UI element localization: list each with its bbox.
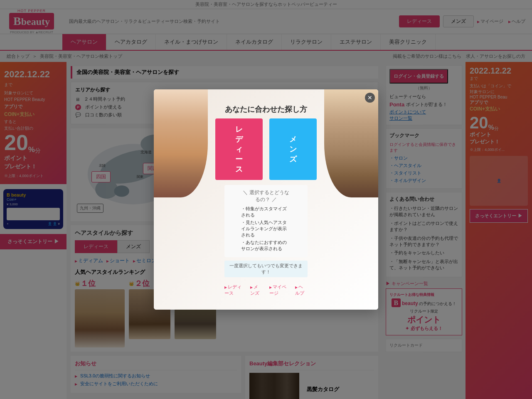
modal-footer-mypage[interactable]: マイページ — [269, 284, 288, 296]
modal-description: ＼ 選択するとどうなるの？ ／ 特集がカスタマイズされる 見たい人気ヘアスタイル… — [224, 185, 308, 257]
modal-footer-mens[interactable]: メンズ — [250, 284, 263, 296]
modal-footer-help[interactable]: ヘルプ — [295, 284, 308, 296]
modal-footer-ladies[interactable]: レディース — [224, 284, 244, 296]
modal-desc-item-2: 見たい人気ヘアスタイルランキングが表示される — [241, 219, 291, 238]
modal-overlay[interactable]: ✕ あなたに合わせた探し方 レディース メンズ ＼ 選択するとどうなるの？ ／ … — [0, 0, 532, 399]
modal-box: ✕ あなたに合わせた探し方 レディース メンズ ＼ 選択するとどうなるの？ ／ … — [154, 89, 378, 310]
modal-close-btn[interactable]: ✕ — [365, 93, 375, 103]
modal-desc-item-1: 特集がカスタマイズされる — [241, 206, 291, 218]
modal-mens-btn[interactable]: メンズ — [269, 118, 317, 180]
modal-content: あなたに合わせた探し方 レディース メンズ ＼ 選択するとどうなるの？ ／ 特集… — [154, 89, 378, 310]
modal-title: あなたに合わせた探し方 — [216, 98, 316, 118]
modal-desc-item-3: あなたにおすすめのサロンが表示される — [241, 239, 291, 252]
modal-note: 一度選択してもいつでも変更できます！ — [224, 261, 308, 277]
modal-desc-title: ＼ 選択するとどうなるの？ ／ — [241, 189, 291, 203]
modal-footer: レディース メンズ マイページ ヘルプ — [216, 281, 316, 301]
modal-gender-row: レディース メンズ — [216, 118, 316, 185]
modal-images-row: あなたに合わせた探し方 レディース メンズ ＼ 選択するとどうなるの？ ／ 特集… — [154, 89, 378, 310]
modal-ladies-btn[interactable]: レディース — [215, 118, 263, 180]
